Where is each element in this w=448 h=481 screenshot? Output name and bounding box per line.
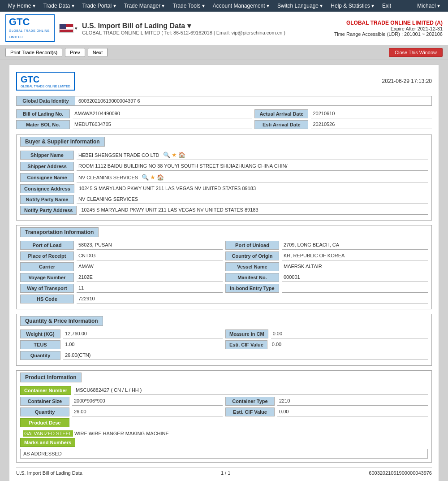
manifest-value: 000001 (282, 273, 428, 282)
nav-exit[interactable]: Exit (379, 1, 395, 11)
carrier-label: Carrier (20, 262, 74, 271)
us-flag-icon (59, 24, 73, 33)
weight-measure-row: Weight (KG) 12,760.00 Measure in CM 0.00 (20, 329, 428, 338)
flag-area[interactable]: ▾ (59, 24, 78, 33)
marks-label-row: Marks and Numbers (20, 438, 428, 447)
mater-bol-label: Mater BOL No. (16, 120, 70, 129)
hs-code-label: HS Code (20, 295, 74, 303)
transportation-section: Transportation Information Port of Load … (16, 225, 432, 309)
container-number-value: MSCU6882427 ( CN / L / HH ) (74, 386, 428, 395)
country-origin-panel: Country of Origin KR, REPUBLIC OF KOREA (225, 251, 428, 260)
quantity-price-title: Quantity & Price Information (20, 316, 103, 326)
bol-label: Bill of Lading No. (16, 109, 70, 118)
product-desc-label: Product Desc (20, 418, 69, 427)
voyage-manifest-row: Voyage Number 2102E Manifest No. 000001 (20, 273, 428, 282)
container-size-type-row: Container Size 2000*906*900 Container Ty… (20, 397, 428, 406)
way-transport-label: Way of Transport (20, 284, 74, 293)
manifest-panel: Manifest No. 000001 (225, 273, 428, 282)
nav-trade-data[interactable]: Trade Data ▾ (40, 1, 78, 11)
product-desc-rest: WIRE WIRE HANGER MAKING MACHINE (73, 431, 169, 436)
voyage-label: Voyage Number (20, 273, 74, 282)
port-unload-panel: Port of Unload 2709, LONG BEACH, CA (225, 241, 428, 250)
nav-user[interactable]: Michael ▾ (414, 1, 444, 11)
print-button-top[interactable]: Print Trade Record(s) (5, 48, 62, 57)
consignee-name-value: NV CLEANING SERVICES 🔍 ★ 🏠 (77, 173, 428, 182)
flag-dropdown[interactable]: ▾ (75, 26, 78, 31)
container-type-value: 2210 (277, 397, 428, 406)
notify-name-row: Notify Party Name NV CLEANING SERVICES (20, 195, 428, 204)
container-type-label: Container Type (225, 397, 275, 406)
header-bar: GTC GLOBAL TRADE ONLINE LIMITED ▾ U.S. I… (0, 12, 448, 45)
esti-arrival-label: Esti Arrival Date (254, 120, 308, 129)
manifest-label: Manifest No. (225, 273, 279, 282)
notify-address-value: 10245 S MARYLAND PKWY UNIT 211 LAS VEGAS… (79, 206, 428, 215)
measure-label: Measure in CM (225, 329, 268, 338)
main-content: GTC GLOBAL TRADE ONLINE LIMITED 2021-06-… (0, 60, 448, 481)
measure-panel: Measure in CM 0.00 (225, 329, 428, 338)
notify-name-label: Notify Party Name (20, 195, 74, 204)
esti-cif-value: 0.00 (270, 340, 428, 349)
shipper-icons: 🔍 ★ 🏠 (163, 152, 185, 158)
nav-switch-lang[interactable]: Switch Language ▾ (274, 1, 326, 11)
buyer-supplier-title: Buyer & Supplier Information (20, 137, 105, 147)
prev-button-top[interactable]: Prev (65, 48, 85, 57)
product-desc-row: Product Desc (20, 418, 428, 427)
shipper-search-icon[interactable]: 🔍 (163, 152, 170, 158)
receipt-origin-row: Place of Receipt CNTXG Country of Origin… (20, 251, 428, 260)
consignee-icons: 🔍 ★ 🏠 (142, 174, 164, 181)
bol-row: Bill of Lading No. AMAWA2104490090 Actua… (16, 109, 432, 118)
account-range: Time Range Accessible (LDR) : 201001 ~ 2… (334, 31, 443, 37)
record-logo-gtc: GTC (21, 74, 70, 85)
pagination-record-id: 60032021061900000043976 (369, 470, 432, 476)
shipper-star-icon[interactable]: ★ (172, 152, 177, 158)
shipper-home-icon[interactable]: 🏠 (178, 152, 185, 158)
way-transport-panel: Way of Transport 11 (20, 284, 223, 293)
consignee-star-icon[interactable]: ★ (150, 174, 155, 181)
mater-bol-value: MEDUT6034705 (73, 120, 252, 129)
nav-trade-manager[interactable]: Trade Manager ▾ (121, 1, 168, 11)
product-cif-value: 0.00 (277, 407, 428, 416)
container-number-row: Container Number MSCU6882427 ( CN / L / … (20, 386, 428, 395)
page-title: U.S. Import Bill of Lading Data ▾ (82, 22, 334, 30)
esti-cif-panel: Esti. CIF Value 0.00 (225, 340, 428, 349)
shipper-address-label: Shipper Address (20, 162, 74, 171)
consignee-search-icon[interactable]: 🔍 (142, 174, 149, 181)
port-load-label: Port of Load (20, 241, 74, 250)
nav-trade-tools[interactable]: Trade Tools ▾ (169, 1, 208, 11)
product-qty-panel: Quantity 26.00 (20, 407, 223, 416)
transportation-title: Transportation Information (20, 227, 99, 237)
nav-help-stats[interactable]: Help & Statistics ▾ (327, 1, 378, 11)
account-expire: Expire After 2021-12-31 (334, 26, 443, 31)
account-name: GLOBAL TRADE ONLINE LIMITED (A) (334, 20, 443, 26)
esti-arrival-value: 20210526 (311, 120, 432, 129)
close-button-top[interactable]: Close This Window (389, 48, 443, 57)
carrier-value: AMAW (77, 262, 223, 271)
product-qty-label: Quantity (20, 407, 69, 416)
consignee-home-icon[interactable]: 🏠 (157, 174, 164, 181)
actual-arrival-label: Actual Arrival Date (254, 109, 308, 118)
logo-box: GTC GLOBAL TRADE ONLINE LIMITED (5, 14, 55, 42)
hs-code-value: 722910 (77, 295, 428, 303)
nav-menu: My Home ▾ Trade Data ▾ Trade Portal ▾ Tr… (4, 1, 414, 11)
inbond-label: In-bond Entry Type (225, 284, 279, 293)
page-subtitle: GLOBAL TRADE ONLINE LIMITED ( Tel: 86-51… (82, 30, 334, 35)
teus-panel: TEUS 1.00 (20, 340, 223, 349)
buyer-supplier-section: Buyer & Supplier Information Shipper Nam… (16, 134, 432, 221)
product-cif-label: Esti. CIF Value (225, 407, 275, 416)
nav-trade-portal[interactable]: Trade Portal ▾ (79, 1, 120, 11)
next-button-top[interactable]: Next (88, 48, 108, 57)
global-data-identity-value: 600320210619000004397 6 (75, 96, 431, 105)
product-section: Product Information Container Number MSC… (16, 370, 432, 463)
measure-value: 0.00 (271, 329, 428, 338)
quantity-price-section: Quantity & Price Information Weight (KG)… (16, 314, 432, 366)
consignee-address-value: 10245 S MARYLAND PKWY UNIT 211 LAS VEGAS… (77, 184, 428, 193)
logo-subtitle: GLOBAL TRADE ONLINE LIMITED (9, 29, 50, 39)
teus-value: 1.00 (63, 340, 223, 349)
shipper-name-value: HEBEI SHENGSEN TRADE CO LTD 🔍 ★ 🏠 (77, 150, 428, 160)
record-header: GTC GLOBAL TRADE ONLINE LIMITED 2021-06-… (16, 72, 432, 91)
nav-account-mgmt[interactable]: Account Management ▾ (209, 1, 273, 11)
vessel-name-value: MAERSK ALTAIR (282, 262, 428, 271)
carrier-panel: Carrier AMAW (20, 262, 223, 271)
nav-my-home[interactable]: My Home ▾ (4, 1, 39, 11)
port-row: Port of Load 58023, PUSAN Port of Unload… (20, 241, 428, 250)
